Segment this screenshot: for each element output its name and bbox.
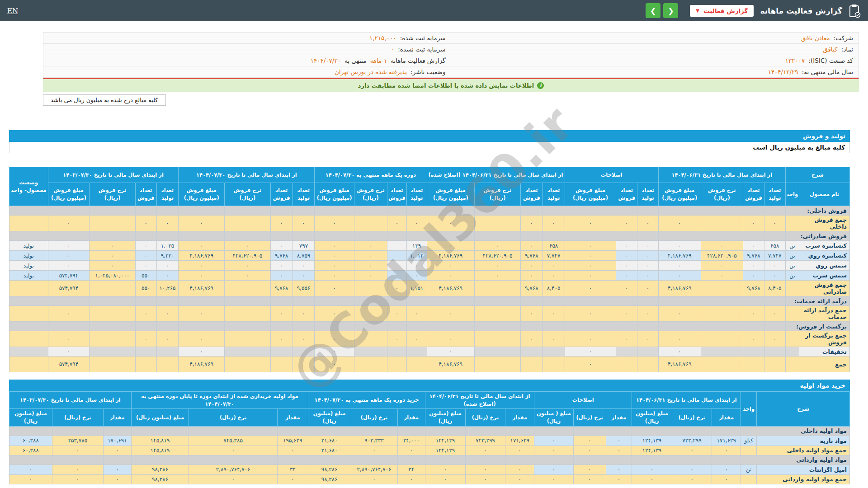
value-cell: ۰: [658, 261, 701, 271]
value-cell: ۰: [637, 281, 659, 296]
section-row-label: فروش صادراتی:: [785, 231, 849, 241]
previous-report-button[interactable]: ❯: [646, 3, 660, 18]
value-cell: [606, 455, 632, 465]
value-cell: [135, 296, 156, 306]
value-cell: ۰: [179, 261, 225, 271]
value-cell: ۰: [764, 331, 785, 347]
table-row: جمع درآمد ارائه خدمات۰۰۰۰۰۰۰۰۰۰۰۰۰۰۰۰۰۰: [9, 306, 850, 322]
value-cell: ۰: [48, 331, 90, 347]
unit-cell: [785, 306, 799, 322]
value-cell: ۰: [351, 446, 397, 455]
value-cell: ۵۷۴,۷۹۴: [48, 281, 90, 296]
value-cell: [354, 322, 387, 331]
value-cell: ۵۷۴,۷۹۴: [48, 357, 90, 372]
value-cell: [425, 455, 466, 465]
value-cell: ۰: [270, 271, 292, 281]
value-cell: [520, 296, 542, 306]
raw-materials-table-wrap: شرحواحداز ابتدای سال مالی تا تاریخ ۱۴۰۴/…: [9, 391, 850, 484]
value-cell: [743, 357, 764, 372]
value-cell: ۰: [764, 261, 785, 271]
value-cell: [135, 322, 156, 331]
column-header: مقدار: [277, 409, 308, 426]
value-cell: [292, 347, 315, 357]
value-cell: ۰: [701, 271, 743, 281]
value-cell: ۰: [565, 271, 616, 281]
language-toggle-en[interactable]: EN: [7, 7, 18, 15]
value-cell: ۱۲۴,۱۳۹: [425, 436, 466, 446]
value-cell: ۴,۱۸۶,۷۶۹: [179, 281, 225, 296]
section-header-production-sales: تولید و فروش: [9, 130, 850, 142]
value-cell: ۰: [406, 261, 427, 271]
company-info-value: ۱۳۲۰۰۷: [783, 57, 807, 64]
clipboard-icon: [849, 4, 861, 18]
value-cell: ۴,۱۸۶,۷۶۹: [658, 251, 701, 261]
value-cell: ۵۵۰: [135, 281, 156, 296]
value-cell: ۰: [616, 216, 637, 231]
table-row: مواد ناریهکیلو۱۷۱,۶۲۹۷۲۳,۲۹۹۱۲۴,۱۳۹۰۰۰۱۷…: [9, 436, 850, 446]
value-cell: ۰: [616, 281, 637, 296]
page-title: گزارش فعالیت ماهانه: [760, 6, 842, 15]
value-cell: ۰: [520, 271, 542, 281]
value-cell: [616, 322, 637, 331]
value-cell: ۰: [90, 251, 136, 261]
unit-cell: [785, 347, 799, 357]
value-cell: ۰: [465, 465, 505, 474]
value-cell: [179, 322, 225, 331]
value-cell: ۰: [48, 261, 90, 271]
value-cell: ۰: [179, 347, 225, 357]
value-cell: ۰: [637, 306, 659, 322]
value-cell: ۶۵۸: [542, 241, 565, 251]
value-cell: ۰: [48, 306, 90, 322]
column-header: تعداد فروش: [135, 183, 156, 206]
value-cell: ۰: [505, 465, 534, 474]
row-label: تخفیفات: [799, 347, 850, 357]
value-cell: ۰: [616, 261, 637, 271]
value-cell: ۰: [616, 271, 637, 281]
value-cell: [520, 231, 542, 241]
value-cell: ۰: [672, 446, 712, 455]
column-header: مبلغ فروش (میلیون ریال): [658, 183, 701, 206]
value-cell: [225, 322, 271, 331]
report-type-dropdown-label: گزارش فعالیت: [703, 7, 748, 14]
value-cell: ۰: [672, 465, 712, 474]
column-header: مبلغ (میلیون ریال): [425, 409, 466, 426]
value-cell: ۰: [427, 271, 475, 281]
column-header: نرخ فروش (ریال): [90, 183, 136, 206]
value-cell: [9, 455, 52, 465]
row-label: جمع فروش صادراتی: [799, 281, 850, 296]
value-cell: [743, 322, 764, 331]
value-cell: [743, 296, 764, 306]
status-cell: [9, 231, 48, 241]
value-cell: [48, 296, 90, 306]
value-cell: [90, 306, 136, 322]
next-report-button[interactable]: ❮: [663, 3, 678, 18]
value-cell: ۰: [565, 216, 616, 231]
column-group-header: خرید دوره یک ماهه منتهی به ۱۴۰۴/۰۷/۳۰: [308, 392, 425, 409]
value-cell: [387, 231, 407, 241]
value-cell: [672, 426, 712, 436]
report-type-dropdown[interactable]: گزارش فعالیت ▼: [690, 5, 754, 17]
value-cell: ۱۷۰,۶۹۱: [104, 436, 132, 446]
value-cell: [225, 281, 271, 296]
value-cell: ۰: [475, 241, 521, 251]
value-cell: ۰: [406, 271, 427, 281]
row-label: جمع برگشت از فروش: [799, 331, 850, 347]
table-row: مواد اولیه داخلی: [9, 426, 850, 436]
value-cell: [292, 322, 315, 331]
column-header: مبلغ فروش (میلیون ریال): [48, 183, 90, 206]
value-cell: [156, 347, 179, 357]
value-cell: [189, 455, 278, 465]
value-cell: [292, 231, 315, 241]
value-cell: ۰: [270, 306, 292, 322]
value-cell: [225, 331, 271, 347]
value-cell: ۰: [658, 241, 701, 251]
value-cell: ۷,۷۴۷: [542, 251, 565, 261]
unit-cell: [785, 281, 799, 296]
table-row: درآمد ارائه خدمات:: [9, 296, 850, 306]
value-cell: ۰: [475, 261, 521, 271]
value-cell: [701, 347, 743, 357]
value-cell: ۹,۷۶۸: [270, 281, 292, 296]
value-cell: ۰: [672, 474, 712, 484]
value-cell: [565, 322, 616, 331]
column-header: نرخ (ریال): [189, 409, 278, 426]
